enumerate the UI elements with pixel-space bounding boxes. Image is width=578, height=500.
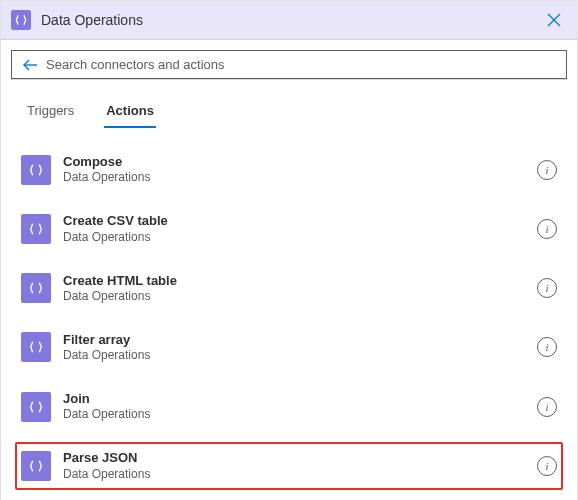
action-subtitle: Data Operations [63, 289, 525, 304]
action-name: Join [63, 391, 525, 407]
info-button[interactable]: i [537, 456, 557, 476]
actions-list: Compose Data Operations i Create CSV tab… [1, 128, 577, 500]
action-name: Create CSV table [63, 213, 525, 229]
action-subtitle: Data Operations [63, 170, 525, 185]
panel-header: Data Operations [1, 1, 577, 40]
tab-actions[interactable]: Actions [104, 97, 156, 128]
action-create-csv-table[interactable]: Create CSV table Data Operations i [15, 205, 563, 252]
action-subtitle: Data Operations [63, 407, 525, 422]
action-text: Create CSV table Data Operations [63, 213, 525, 244]
braces-icon [21, 155, 51, 185]
action-create-html-table[interactable]: Create HTML table Data Operations i [15, 265, 563, 312]
action-name: Create HTML table [63, 273, 525, 289]
action-name: Compose [63, 154, 525, 170]
action-name: Filter array [63, 332, 525, 348]
action-join[interactable]: Join Data Operations i [15, 383, 563, 430]
action-subtitle: Data Operations [63, 348, 525, 363]
braces-icon [21, 451, 51, 481]
close-button[interactable] [541, 7, 567, 33]
info-button[interactable]: i [537, 397, 557, 417]
action-parse-json[interactable]: Parse JSON Data Operations i [15, 442, 563, 489]
arrow-left-icon [22, 58, 38, 72]
search-section [1, 40, 577, 89]
action-text: Create HTML table Data Operations [63, 273, 525, 304]
braces-icon [21, 273, 51, 303]
action-compose[interactable]: Compose Data Operations i [15, 146, 563, 193]
braces-icon [21, 392, 51, 422]
action-subtitle: Data Operations [63, 467, 525, 482]
action-text: Join Data Operations [63, 391, 525, 422]
info-button[interactable]: i [537, 219, 557, 239]
action-filter-array[interactable]: Filter array Data Operations i [15, 324, 563, 371]
info-button[interactable]: i [537, 278, 557, 298]
info-button[interactable]: i [537, 337, 557, 357]
tab-bar: Triggers Actions [1, 89, 577, 128]
braces-icon [21, 332, 51, 362]
search-box[interactable] [11, 50, 567, 79]
back-button[interactable] [22, 58, 38, 72]
tab-triggers[interactable]: Triggers [25, 97, 76, 128]
braces-icon [21, 214, 51, 244]
connector-icon [11, 10, 31, 30]
close-icon [547, 13, 561, 27]
action-subtitle: Data Operations [63, 230, 525, 245]
panel-title: Data Operations [41, 12, 541, 28]
search-input[interactable] [46, 57, 556, 72]
action-text: Filter array Data Operations [63, 332, 525, 363]
info-button[interactable]: i [537, 160, 557, 180]
action-text: Compose Data Operations [63, 154, 525, 185]
action-text: Parse JSON Data Operations [63, 450, 525, 481]
action-name: Parse JSON [63, 450, 525, 466]
data-operations-panel: Data Operations Triggers Actions Compose… [0, 0, 578, 500]
